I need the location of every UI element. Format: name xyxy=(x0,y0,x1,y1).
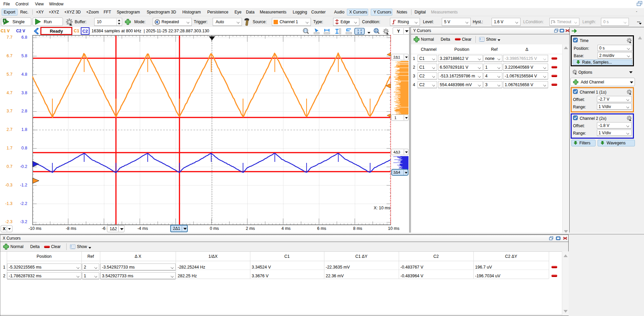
svg-text:3: 3 xyxy=(357,31,359,34)
svg-text:X: 10 ms: X: 10 ms xyxy=(374,206,390,210)
svg-text:1: 1 xyxy=(4,19,5,23)
svg-text:1: 1 xyxy=(305,29,307,33)
svg-text:4: 4 xyxy=(360,31,362,34)
